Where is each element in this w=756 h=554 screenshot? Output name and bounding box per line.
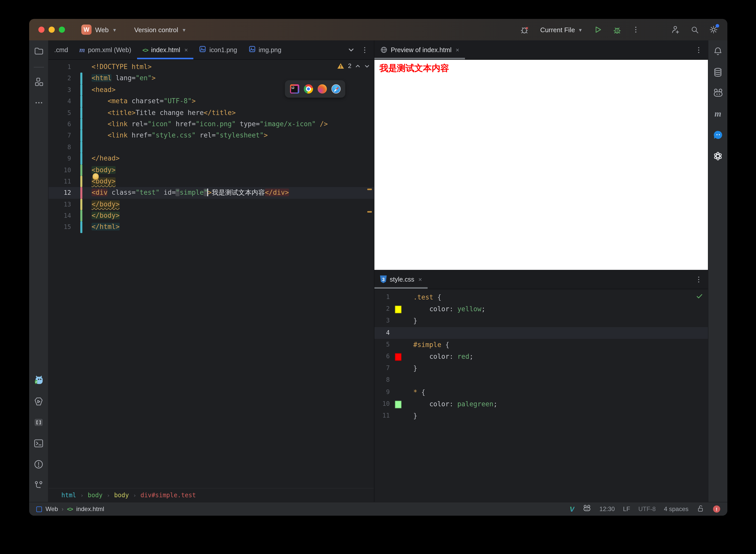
code-line[interactable]: 5#simple { (374, 339, 708, 350)
line-number[interactable]: 3 (374, 315, 390, 327)
line-number[interactable]: 4 (49, 96, 71, 107)
intellij-icon[interactable] (290, 84, 299, 94)
window-close-button[interactable] (38, 26, 45, 33)
breadcrumb-item[interactable]: body (114, 492, 129, 499)
code-text[interactable]: color: red; (413, 350, 473, 363)
settings-gear-icon[interactable] (708, 24, 719, 35)
maven-icon[interactable]: m (712, 108, 724, 120)
notifications-bell-icon[interactable] (712, 45, 724, 57)
chat-bubble-icon[interactable] (712, 129, 724, 141)
tab-icon1-png[interactable]: icon1.png (194, 40, 243, 59)
bug-disabled-icon[interactable] (519, 24, 531, 35)
code-line[interactable]: 3} (374, 315, 708, 327)
more-icon[interactable] (361, 46, 369, 54)
html-editor[interactable]: 1<!DOCTYPE html>2<html lang="en">3<head>… (49, 60, 374, 488)
services-icon[interactable] (33, 395, 45, 407)
code-line[interactable]: 7 <link href="style.css" rel="stylesheet… (49, 130, 374, 142)
line-number[interactable]: 5 (49, 107, 71, 119)
database-icon[interactable] (712, 66, 724, 78)
folder-icon[interactable] (33, 45, 45, 57)
debug-icon[interactable] (611, 24, 622, 35)
line-number[interactable]: 2 (49, 73, 71, 84)
openai-icon[interactable] (712, 150, 724, 162)
line-number[interactable]: 14 (49, 210, 71, 222)
run-configuration-selector[interactable]: Current File ▼ (540, 26, 583, 34)
code-line[interactable]: 8 (49, 141, 374, 153)
code-text[interactable]: <!DOCTYPE html> (92, 61, 152, 73)
line-number[interactable]: 15 (49, 222, 71, 233)
code-text[interactable]: #simple { (413, 339, 449, 350)
line-number[interactable]: 10 (49, 164, 71, 176)
line-number[interactable]: 8 (374, 374, 390, 386)
code-line[interactable]: 9* { (374, 386, 708, 398)
v-plugin-icon[interactable]: V (569, 505, 574, 513)
unlock-icon[interactable] (697, 504, 705, 514)
code-line[interactable]: 5 <title>Title change here</title> (49, 107, 374, 119)
line-separator-widget[interactable]: LF (623, 505, 630, 513)
code-text[interactable]: </head> (92, 153, 120, 164)
code-text[interactable]: * { (413, 386, 425, 398)
css-editor[interactable]: 1.test {2 color: yellow;3}45#simple {6 c… (374, 289, 708, 502)
tab-pom-xml-Web-[interactable]: mpom.xml (Web) (74, 40, 137, 59)
statusbar-project[interactable]: Web (46, 505, 58, 513)
code-line[interactable]: 12<div class="test" id="simple">我是测试文本内容… (49, 187, 374, 199)
tab-img-png[interactable]: img.png (243, 40, 287, 59)
line-number[interactable]: 4 (374, 327, 390, 339)
line-number[interactable]: 12 (49, 187, 71, 199)
tab-preview[interactable]: Preview of index.html × (374, 40, 465, 59)
more-icon[interactable] (630, 24, 642, 35)
line-number[interactable]: 13 (49, 199, 71, 210)
brackets-tool-icon[interactable] (33, 416, 45, 428)
code-line[interactable]: 7} (374, 363, 708, 374)
close-icon[interactable]: × (185, 46, 188, 53)
add-user-icon[interactable] (670, 24, 681, 35)
code-text[interactable]: color: palegreen; (413, 398, 497, 409)
code-line[interactable]: 11} (374, 410, 708, 422)
problems-icon[interactable] (33, 458, 45, 470)
close-icon[interactable]: × (456, 46, 459, 53)
tab--cmd[interactable]: .cmd (49, 40, 74, 59)
code-line[interactable]: 14</body> (49, 210, 374, 222)
line-number[interactable]: 1 (374, 291, 390, 303)
breadcrumb-item[interactable]: html (61, 492, 76, 499)
error-indicator[interactable]: ! (713, 505, 720, 513)
code-line[interactable]: 6 color: red; (374, 350, 708, 363)
line-number[interactable]: 1 (49, 61, 71, 73)
line-number[interactable]: 10 (374, 398, 390, 409)
line-number[interactable]: 8 (49, 141, 71, 153)
code-line[interactable]: 2 color: yellow; (374, 303, 708, 315)
safari-icon[interactable] (331, 84, 340, 94)
line-number[interactable]: 7 (374, 363, 390, 374)
next-warning-icon[interactable] (364, 63, 370, 69)
more-tools-icon[interactable] (33, 97, 45, 109)
code-text[interactable]: </html> (92, 222, 120, 233)
window-minimize-button[interactable] (49, 26, 55, 33)
code-text[interactable]: <html lang="en"> (92, 73, 156, 84)
chevron-down-icon[interactable] (348, 47, 354, 53)
code-text[interactable]: } (413, 410, 417, 422)
error-stripe-mark[interactable] (367, 211, 372, 213)
window-zoom-button[interactable] (59, 26, 65, 33)
line-number[interactable]: 6 (374, 350, 390, 363)
code-line[interactable]: 6 <link rel="icon" href="icon.png" type=… (49, 119, 374, 130)
code-text[interactable]: color: yellow; (413, 303, 486, 315)
code-text[interactable]: <title>Title change here</title> (92, 107, 236, 119)
code-text[interactable]: <link rel="icon" href="icon.png" type="i… (92, 119, 328, 130)
code-line[interactable]: 1.test { (374, 291, 708, 303)
chrome-icon[interactable] (304, 84, 313, 94)
error-stripe-mark[interactable] (367, 188, 372, 190)
code-line[interactable]: 1<!DOCTYPE html> (49, 61, 374, 73)
code-line[interactable]: 11<body> (49, 176, 374, 187)
mascot-plugin-icon[interactable] (33, 374, 45, 386)
tab-style-css[interactable]: 3 style.css × (374, 270, 427, 289)
color-swatch[interactable] (395, 306, 402, 313)
run-icon[interactable] (592, 24, 604, 35)
firefox-icon[interactable] (317, 84, 326, 94)
line-number[interactable]: 5 (374, 339, 390, 350)
code-text[interactable]: </body> (92, 210, 120, 222)
statusbar-time[interactable]: 12:30 (600, 505, 615, 513)
code-text[interactable]: <link href="style.css" rel="stylesheet"> (92, 130, 268, 142)
project-widget[interactable]: W Web ▼ (81, 24, 117, 35)
inspections-ok-icon[interactable] (696, 293, 703, 301)
code-line[interactable]: 4 (374, 327, 708, 339)
